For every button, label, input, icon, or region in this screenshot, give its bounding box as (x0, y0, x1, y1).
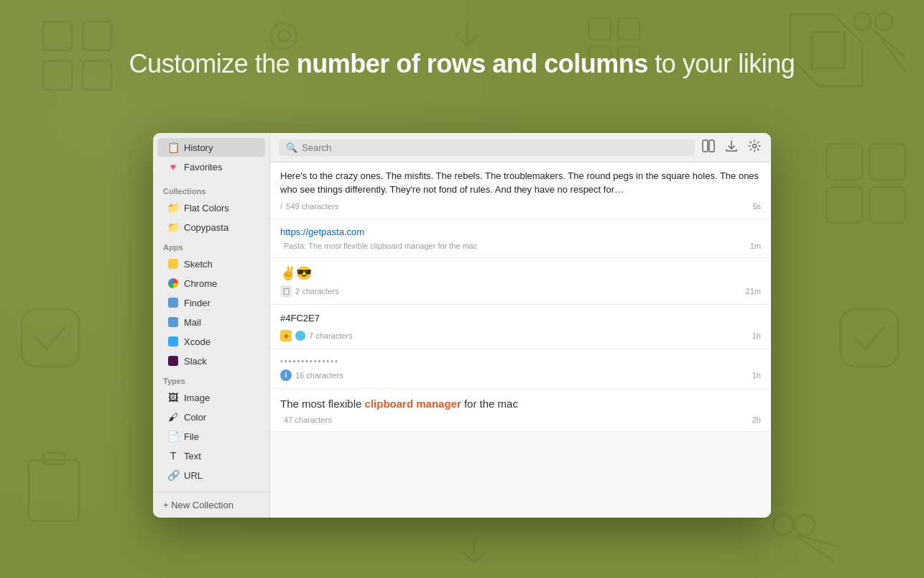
clip-emoji-footer: 📋 2 characters 21m (280, 285, 761, 297)
clip-password-count: 16 characters (295, 371, 343, 380)
clip-color-meta: ◆ 7 characters (280, 330, 353, 341)
url-type-label: URL (184, 470, 203, 481)
svg-point-4 (854, 13, 871, 30)
flat-colors-label: Flat Colors (184, 203, 229, 214)
page-header: Customize the number of rows and columns… (0, 49, 924, 79)
sidebar-item-xcode[interactable]: Xcode (157, 332, 265, 351)
svg-rect-27 (709, 140, 714, 152)
clip-item-color[interactable]: #4FC2E7 ◆ 7 characters 1h (270, 305, 771, 349)
clip-rich-count: 47 characters (284, 416, 332, 424)
sidebar-item-copypasta[interactable]: 📁 Copypasta (157, 218, 265, 237)
chrome-app-icon (167, 277, 179, 289)
rich-text-bold: clipboard manager (365, 398, 461, 410)
color-type-icon: 🖌 (167, 411, 179, 423)
svg-point-16 (271, 23, 297, 49)
clip-item-url[interactable]: https://getpasta.com Pasta: The most fle… (270, 219, 771, 258)
clip-rich-footer: 47 characters 2h (280, 416, 761, 424)
svg-point-13 (795, 515, 815, 535)
apps-section-label: Apps (153, 237, 269, 254)
color-type-label: Color (184, 412, 206, 423)
sidebar-item-finder[interactable]: Finder (157, 293, 265, 312)
svg-rect-9 (841, 309, 898, 367)
search-bar[interactable]: 🔍 (279, 139, 695, 156)
download-button[interactable] (724, 138, 739, 157)
copypasta-label: Copypasta (184, 222, 228, 233)
main-content: 🔍 (270, 133, 771, 518)
svg-point-5 (875, 13, 892, 30)
sidebar-apps-section: Apps Sketch Chrome Finder Mail Xcode (153, 237, 269, 371)
settings-button[interactable] (747, 138, 762, 157)
clip-url-footer: Pasta: The most flexible clipboard manag… (280, 242, 761, 250)
sidebar-favorites-label: Favorites (184, 162, 222, 173)
new-collection-button[interactable]: + New Collection (153, 492, 269, 518)
clip-text-footer: / 549 characters 5s (280, 201, 761, 211)
sidebar-item-text[interactable]: T Text (157, 446, 265, 465)
svg-line-15 (796, 535, 837, 546)
url-type-icon: 🔗 (167, 469, 179, 481)
clip-rich-text-content: The most flexible clipboard manager for … (280, 396, 761, 411)
clip-url-meta: Pasta: The most flexible clipboard manag… (280, 242, 477, 250)
sidebar-item-chrome[interactable]: Chrome (157, 274, 265, 293)
sidebar-item-history[interactable]: 📋 History (157, 138, 265, 157)
search-input[interactable] (302, 142, 688, 153)
sidebar-item-color[interactable]: 🖌 Color (157, 408, 265, 426)
slack-app-icon (167, 355, 179, 367)
svg-rect-26 (703, 140, 708, 152)
file-type-icon: 📄 (167, 431, 179, 442)
clip-item-emoji[interactable]: ✌️😎 📋 2 characters 21m (270, 258, 771, 305)
toolbar: 🔍 (270, 133, 771, 162)
clip-color-content: #4FC2E7 (280, 312, 761, 326)
image-type-icon: 🖼 (167, 392, 179, 403)
svg-rect-23 (869, 144, 905, 180)
svg-rect-10 (29, 460, 79, 521)
sidebar-item-favorites[interactable]: ♥ Favorites (157, 157, 265, 176)
svg-rect-0 (43, 22, 72, 50)
sidebar-types-section: Types 🖼 Image 🖌 Color 📄 File T Text 🔗 UR… (153, 371, 269, 485)
color-preview (295, 331, 305, 341)
clip-url-time: 1m (750, 242, 761, 250)
sidebar-item-sketch[interactable]: Sketch (157, 254, 265, 273)
sketch-icon-color: ◆ (280, 330, 292, 341)
svg-rect-11 (43, 453, 65, 464)
collections-label: Collections (153, 181, 269, 198)
xcode-label: Xcode (184, 336, 211, 347)
clip-password-content: •••••••••••••• (280, 357, 761, 365)
clip-item-text[interactable]: Here's to the crazy ones. The misfits. T… (270, 162, 771, 219)
sidebar-item-mail[interactable]: Mail (157, 313, 265, 331)
svg-point-17 (278, 30, 290, 42)
file-type-label: File (184, 431, 199, 442)
columns-button[interactable] (701, 138, 716, 157)
clip-text-content: Here's to the crazy ones. The misfits. T… (280, 170, 761, 197)
clip-rich-meta: 47 characters (280, 416, 332, 424)
clip-item-password[interactable]: •••••••••••••• i 16 characters 1h (270, 349, 771, 389)
sidebar-item-flat-colors[interactable]: 📁 Flat Colors (157, 198, 265, 217)
sidebar-item-url[interactable]: 🔗 URL (157, 466, 265, 485)
sketch-label: Sketch (184, 259, 213, 270)
clip-color-count: 7 characters (309, 331, 353, 340)
clip-emoji-count: 2 characters (295, 287, 339, 295)
clip-password-meta: i 16 characters (280, 370, 343, 381)
sidebar-section-top: 📋 History ♥ Favorites (153, 133, 269, 181)
sidebar-item-file[interactable]: 📄 File (157, 427, 265, 446)
clip-emoji-meta: 📋 2 characters (280, 285, 339, 297)
heart-icon: ♥ (167, 161, 179, 173)
clip-emoji-content: ✌️😎 (280, 265, 761, 281)
mail-app-icon (167, 316, 179, 328)
sidebar-item-image[interactable]: 🖼 Image (157, 388, 265, 407)
mail-label: Mail (184, 317, 201, 328)
history-icon: 📋 (167, 142, 179, 153)
clip-item-rich-text[interactable]: The most flexible clipboard manager for … (270, 389, 771, 432)
clip-char-count: 549 characters (286, 202, 338, 211)
finder-label: Finder (184, 298, 211, 308)
svg-rect-22 (826, 144, 862, 180)
clip-rich-time: 2h (752, 416, 761, 424)
header-suffix: to your liking (648, 49, 795, 78)
clip-text-meta: / 549 characters (280, 201, 338, 211)
svg-rect-25 (869, 187, 905, 223)
clip-list: Here's to the crazy ones. The misfits. T… (270, 162, 771, 518)
sidebar-item-slack[interactable]: Slack (157, 352, 265, 370)
svg-point-12 (773, 515, 793, 535)
image-type-label: Image (184, 393, 210, 403)
clip-slash-icon: / (280, 201, 282, 211)
svg-rect-24 (826, 187, 862, 223)
